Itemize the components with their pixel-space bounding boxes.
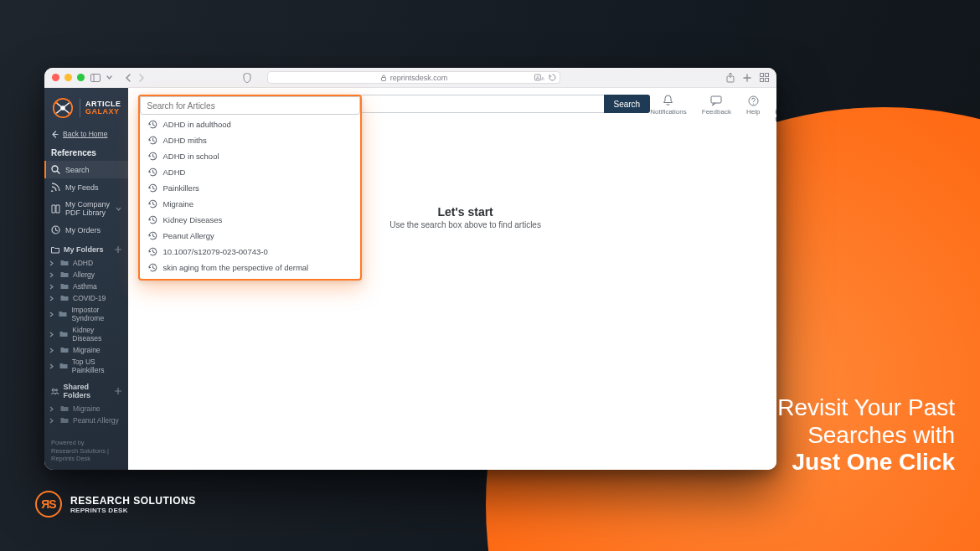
nav-pdf-library[interactable]: My Company PDF Library	[44, 196, 128, 221]
feedback-button[interactable]: Feedback	[702, 95, 731, 116]
svg-line-18	[57, 171, 59, 173]
folder-icon	[59, 311, 67, 317]
minimize-window-button[interactable]	[64, 74, 72, 81]
suggestion-item[interactable]: Kidney Diseases	[140, 212, 360, 228]
folder-icon	[60, 271, 69, 278]
folder-item[interactable]: Impostor Syndrome	[44, 304, 128, 324]
main-content: Search ADHD in adulthoodADHD mithsADHD i…	[128, 88, 777, 470]
suggestion-item[interactable]: ADHD in school	[140, 148, 360, 164]
shared-folder-item[interactable]: Peanut Allergy	[44, 415, 128, 426]
back-to-home-link[interactable]: Back to Home	[44, 126, 128, 143]
user-menu[interactable]: Demo User	[775, 95, 776, 123]
svg-rect-2	[381, 77, 385, 80]
chevron-right-icon	[49, 332, 55, 337]
app-logo[interactable]: ARTICLE GALAXY	[44, 88, 128, 126]
notifications-button[interactable]: Notifications	[650, 95, 687, 116]
suggestion-item[interactable]: ADHD	[140, 164, 360, 180]
folder-item[interactable]: ADHD	[44, 257, 128, 269]
chevron-right-icon	[49, 363, 55, 369]
promo-copy: Revisit Your Past Searches with Just One…	[777, 394, 955, 476]
folder-label: Asthma	[73, 282, 97, 291]
svg-point-20	[52, 389, 54, 391]
rss-icon	[51, 183, 60, 192]
folder-label: Kidney Diseases	[72, 326, 121, 342]
suggestion-text: ADHD miths	[163, 136, 207, 145]
people-icon	[51, 388, 59, 395]
folder-icon	[60, 260, 69, 266]
folder-item[interactable]: Top US Painkillers	[44, 356, 128, 376]
svg-rect-0	[91, 74, 101, 81]
suggestion-text: 10.1007/s12079-023-00743-0	[163, 247, 268, 256]
folder-item[interactable]: Migraine	[44, 344, 128, 356]
close-window-button[interactable]	[52, 74, 59, 81]
sidebar-toggle-icon[interactable]	[90, 74, 101, 82]
chevron-down-icon[interactable]	[106, 75, 112, 80]
nav-search[interactable]: Search	[44, 161, 128, 178]
reader-icon[interactable]: Aあ	[534, 74, 544, 81]
folder-label: Migraine	[73, 404, 101, 413]
folder-icon	[60, 295, 69, 301]
suggestion-item[interactable]: 10.1007/s12079-023-00743-0	[140, 244, 360, 260]
help-button[interactable]: Help	[746, 95, 760, 116]
search-suggestions-panel: ADHD in adulthoodADHD mithsADHD in schoo…	[138, 95, 362, 281]
nav-my-feeds[interactable]: My Feeds	[44, 178, 128, 196]
suggestion-item[interactable]: Migraine	[140, 196, 360, 212]
svg-rect-7	[761, 74, 764, 77]
fullscreen-window-button[interactable]	[77, 74, 85, 81]
add-folder-button[interactable]	[115, 246, 121, 253]
folder-item[interactable]: Allergy	[44, 269, 128, 281]
new-tab-icon[interactable]	[743, 74, 751, 82]
share-icon[interactable]	[726, 73, 735, 83]
history-icon	[148, 199, 157, 209]
chat-icon	[710, 95, 722, 106]
suggestion-item[interactable]: ADHD in adulthood	[140, 116, 360, 132]
folder-label: Allergy	[73, 270, 95, 279]
suggestion-item[interactable]: Peanut Allergy	[140, 228, 360, 244]
references-header: References	[44, 143, 128, 161]
suggestion-item[interactable]: ADHD miths	[140, 132, 360, 148]
chevron-right-icon	[49, 296, 56, 301]
suggestion-item[interactable]: Painkillers	[140, 180, 360, 196]
suggestion-text: skin aging from the perspective of derma…	[163, 263, 309, 272]
search-button[interactable]: Search	[604, 95, 651, 113]
history-icon	[148, 183, 157, 193]
svg-point-16	[68, 112, 70, 115]
chevron-right-icon	[49, 312, 54, 317]
privacy-shield-icon[interactable]	[243, 73, 251, 83]
logo-text-2: GALAXY	[85, 108, 121, 116]
suggestion-item[interactable]: skin aging from the perspective of derma…	[140, 260, 360, 276]
add-shared-folder-button[interactable]	[115, 388, 121, 394]
svg-point-21	[55, 389, 57, 390]
back-to-home-label: Back to Home	[63, 130, 107, 138]
chevron-right-icon	[49, 406, 56, 412]
nav-my-orders[interactable]: My Orders	[44, 221, 128, 239]
history-icon	[148, 231, 157, 240]
history-icon	[148, 215, 157, 224]
svg-text:A: A	[536, 75, 539, 80]
logo-icon	[51, 96, 75, 120]
vendor-logo-icon: ЯS	[35, 491, 62, 518]
browser-back-button[interactable]	[125, 74, 132, 82]
my-folders-header: My Folders	[44, 239, 128, 257]
suggestion-text: ADHD in school	[163, 152, 219, 161]
search-input-active[interactable]	[140, 96, 360, 115]
svg-rect-10	[766, 79, 769, 82]
browser-forward-button[interactable]	[138, 74, 145, 82]
folder-item[interactable]: COVID-19	[44, 292, 128, 304]
address-bar[interactable]: reprintsdesk.com Aあ	[267, 71, 560, 84]
folder-item[interactable]: Kidney Diseases	[44, 324, 128, 344]
chevron-right-icon	[49, 272, 56, 278]
chevron-right-icon	[49, 284, 56, 290]
tab-overview-icon[interactable]	[760, 73, 769, 82]
folder-label: COVID-19	[73, 294, 106, 302]
history-icon	[148, 136, 157, 145]
folder-icon	[51, 246, 59, 254]
sidebar-footer: Powered by Research Solutions | Reprints…	[44, 432, 128, 470]
history-icon	[148, 263, 157, 272]
shared-folder-item[interactable]: Migraine	[44, 403, 128, 415]
url-text: reprintsdesk.com	[390, 74, 448, 82]
reload-icon[interactable]	[549, 74, 556, 81]
chevron-right-icon	[49, 260, 56, 266]
folder-item[interactable]: Asthma	[44, 281, 128, 292]
history-icon	[148, 152, 157, 161]
